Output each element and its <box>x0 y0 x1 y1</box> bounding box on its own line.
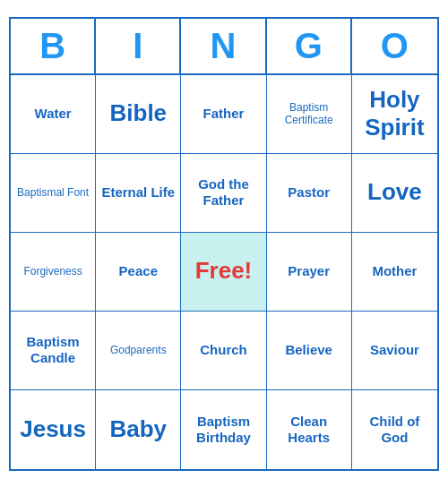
bingo-cell-0-0: Water <box>11 75 96 154</box>
bingo-cell-4-3: Clean Hearts <box>267 390 352 469</box>
bingo-cell-1-4: Love <box>352 154 437 233</box>
header-letter-n: N <box>181 19 266 75</box>
bingo-cell-0-1: Bible <box>96 75 181 154</box>
bingo-cell-3-3: Believe <box>267 312 352 390</box>
header-letter-o: O <box>352 19 437 75</box>
bingo-cell-1-2: God the Father <box>181 154 266 233</box>
bingo-cell-1-3: Pastor <box>267 154 352 233</box>
bingo-cell-3-0: Baptism Candle <box>11 312 96 390</box>
bingo-cell-3-4: Saviour <box>352 312 437 390</box>
bingo-cell-3-2: Church <box>181 312 266 390</box>
bingo-cell-1-0: Baptismal Font <box>11 154 96 233</box>
bingo-cell-4-1: Baby <box>96 390 181 469</box>
bingo-cell-2-0: Forgiveness <box>11 233 96 312</box>
bingo-cell-0-4: Holy Spirit <box>352 75 437 154</box>
bingo-cell-2-1: Peace <box>96 233 181 312</box>
bingo-grid: WaterBibleFatherBaptism CertificateHoly … <box>11 75 437 469</box>
bingo-cell-2-4: Mother <box>352 233 437 312</box>
bingo-cell-0-3: Baptism Certificate <box>267 75 352 154</box>
bingo-header: BINGO <box>11 19 437 75</box>
bingo-cell-4-4: Child of God <box>352 390 437 469</box>
header-letter-b: B <box>11 19 96 75</box>
bingo-card: BINGO WaterBibleFatherBaptism Certificat… <box>9 17 439 471</box>
bingo-cell-2-2: Free! <box>181 233 266 312</box>
bingo-cell-0-2: Father <box>181 75 266 154</box>
bingo-cell-2-3: Prayer <box>267 233 352 312</box>
bingo-cell-3-1: Godparents <box>96 312 181 390</box>
bingo-cell-1-1: Eternal Life <box>96 154 181 233</box>
bingo-cell-4-0: Jesus <box>11 390 96 469</box>
bingo-cell-4-2: Baptism Birthday <box>181 390 266 469</box>
header-letter-g: G <box>267 19 352 75</box>
header-letter-i: I <box>96 19 181 75</box>
